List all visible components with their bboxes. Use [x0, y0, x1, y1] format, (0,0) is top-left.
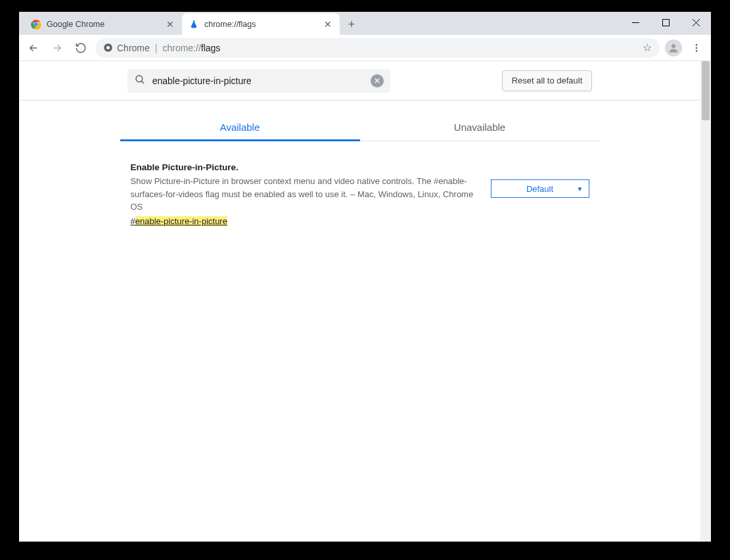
tab-title: Google Chrome	[47, 20, 165, 29]
kebab-menu-icon[interactable]	[687, 39, 706, 57]
svg-rect-3	[662, 19, 669, 26]
flag-dropdown[interactable]: Default ▼	[491, 179, 589, 198]
site-info-icon[interactable]: Chrome	[103, 43, 150, 53]
flag-title: Enable Picture-in-Picture.	[131, 162, 478, 172]
flag-dropdown-value: Default	[526, 184, 553, 194]
flags-list: Enable Picture-in-Picture. Show Picture-…	[120, 162, 600, 226]
tab-available[interactable]: Available	[120, 114, 360, 141]
tab-strip: Google Chrome ✕ chrome://flags ✕ +	[19, 12, 361, 35]
flags-search-input[interactable]	[152, 76, 364, 86]
flag-anchor-link[interactable]: #enable-picture-in-picture	[131, 216, 227, 226]
window-controls	[620, 12, 711, 33]
browser-window: Google Chrome ✕ chrome://flags ✕ +	[18, 11, 712, 542]
tab-title: chrome://flags	[204, 20, 323, 29]
tab-close-icon[interactable]: ✕	[165, 19, 175, 30]
reload-button[interactable]	[72, 39, 90, 57]
tab-google-chrome[interactable]: Google Chrome ✕	[24, 13, 182, 35]
reset-all-button[interactable]: Reset all to default	[502, 70, 593, 91]
maximize-button[interactable]	[650, 12, 681, 33]
flag-text: Enable Picture-in-Picture. Show Picture-…	[131, 162, 478, 226]
svg-point-9	[696, 44, 698, 46]
omnibox-separator: |	[155, 43, 158, 53]
svg-point-8	[672, 44, 675, 48]
flags-page: ✕ Reset all to default Available Unavail…	[19, 61, 700, 542]
flags-tabs: Available Unavailable	[120, 114, 600, 141]
vertical-scrollbar[interactable]	[700, 61, 711, 542]
svg-point-7	[106, 46, 110, 49]
svg-point-11	[696, 50, 698, 52]
tab-chrome-flags[interactable]: chrome://flags ✕	[182, 13, 340, 35]
svg-point-1	[34, 22, 38, 26]
chevron-down-icon: ▼	[577, 185, 583, 193]
titlebar: Google Chrome ✕ chrome://flags ✕ +	[19, 12, 711, 35]
omnibox[interactable]: Chrome | chrome://flags ☆	[95, 38, 660, 58]
tab-close-icon[interactable]: ✕	[323, 19, 333, 30]
scrollbar-thumb[interactable]	[702, 61, 710, 120]
flags-search-box[interactable]: ✕	[127, 69, 390, 93]
bookmark-star-icon[interactable]: ☆	[643, 41, 652, 54]
content-area: ✕ Reset all to default Available Unavail…	[19, 61, 711, 542]
minimize-button[interactable]	[620, 12, 650, 33]
search-icon	[134, 74, 146, 88]
chrome-favicon	[31, 19, 41, 30]
flags-topbar: ✕ Reset all to default	[19, 61, 700, 101]
svg-point-12	[136, 76, 143, 82]
close-window-button[interactable]	[681, 12, 711, 33]
back-button[interactable]	[24, 39, 43, 57]
new-tab-button[interactable]: +	[342, 15, 361, 34]
tab-unavailable[interactable]: Unavailable	[360, 114, 600, 141]
clear-search-icon[interactable]: ✕	[371, 74, 384, 87]
flag-item: Enable Picture-in-Picture. Show Picture-…	[131, 162, 589, 226]
svg-point-10	[696, 47, 698, 49]
toolbar: Chrome | chrome://flags ☆	[19, 35, 711, 61]
omnibox-url: chrome://flags	[162, 43, 220, 53]
secure-label: Chrome	[117, 43, 150, 53]
flask-favicon	[189, 19, 199, 30]
profile-avatar[interactable]	[665, 39, 682, 57]
flag-description: Show Picture-in-Picture in browser conte…	[131, 175, 478, 214]
svg-line-13	[141, 81, 144, 83]
forward-button[interactable]	[48, 39, 66, 57]
